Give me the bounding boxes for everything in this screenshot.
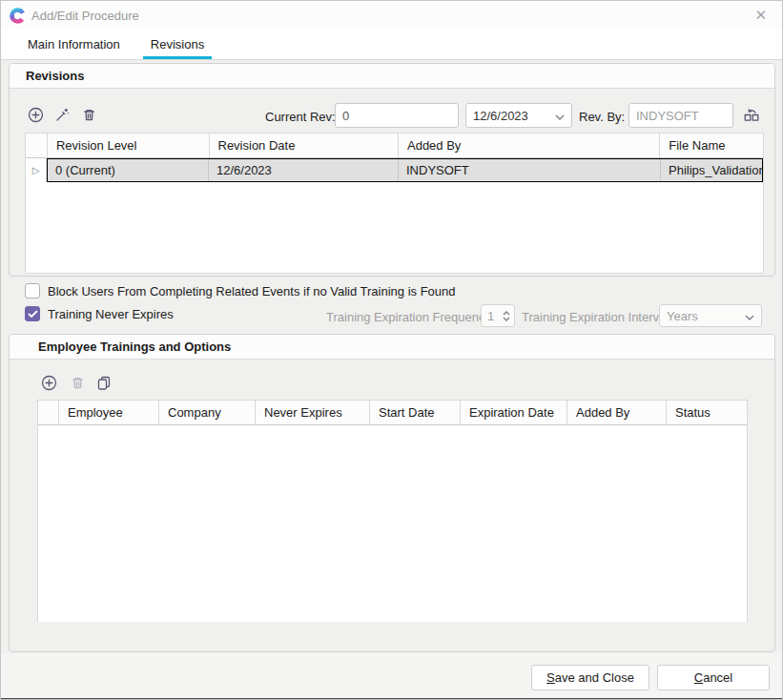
frequency-value: 1: [487, 309, 494, 323]
header-expiration-date[interactable]: Expiration Date: [461, 401, 567, 424]
cancel-label-rest: ancel: [703, 670, 732, 685]
cancel-button[interactable]: Cancel: [657, 665, 770, 690]
employee-table-empty-body: [38, 425, 747, 622]
employee-group-title: Employee Trainings and Options: [10, 335, 774, 360]
block-users-check-row: Block Users From Completing Related Even…: [25, 283, 456, 299]
delete-training-icon[interactable]: [69, 374, 86, 391]
block-users-label: Block Users From Completing Related Even…: [48, 284, 456, 299]
copy-training-icon[interactable]: [95, 374, 113, 391]
cell-revision-level: 0 (Current): [48, 159, 209, 181]
employee-table: Employee Company Never Expires Start Dat…: [37, 400, 748, 622]
training-never-expires-label: Training Never Expires: [48, 307, 174, 321]
tab-revisions[interactable]: Revisions: [143, 31, 212, 59]
header-employee[interactable]: Employee: [59, 401, 159, 424]
header-never-expires[interactable]: Never Expires: [256, 401, 370, 424]
rev-date-value: 12/6/2023: [473, 109, 528, 123]
header-expander: [26, 134, 48, 157]
spinner-arrows-icon[interactable]: [503, 311, 510, 321]
header-revision-date[interactable]: Revision Date: [210, 134, 399, 157]
save-mnemonic: S: [546, 670, 555, 685]
header-file-name[interactable]: File Name: [660, 134, 763, 157]
cell-added-by: INDYSOFT: [399, 159, 661, 181]
revisions-table-header: Revision Level Revision Date Added By Fi…: [26, 134, 763, 158]
save-and-close-button[interactable]: Save and Close: [531, 665, 649, 690]
employee-table-header: Employee Company Never Expires Start Dat…: [38, 401, 747, 425]
block-users-checkbox[interactable]: [25, 283, 40, 299]
header-status[interactable]: Status: [667, 401, 747, 424]
chevron-down-icon: [745, 309, 754, 323]
expiration-interval-combo[interactable]: Years: [659, 304, 762, 327]
window-title: Add/Edit Procedure: [31, 9, 139, 23]
add-revision-icon[interactable]: [27, 106, 44, 123]
selected-row-highlight: 0 (Current) 12/6/2023 INDYSOFT Philips_V…: [47, 158, 763, 182]
revision-row-selected[interactable]: ▷ 0 (Current) 12/6/2023 INDYSOFT Philips…: [26, 158, 763, 182]
delete-revision-icon[interactable]: [80, 106, 97, 123]
expiration-interval-label: Training Expiration Interval: [522, 310, 669, 324]
cancel-mnemonic: C: [694, 670, 703, 685]
header-added-by[interactable]: Added By: [567, 401, 667, 424]
current-rev-label: Current Rev:: [265, 110, 336, 124]
revisions-table: Revision Level Revision Date Added By Fi…: [25, 133, 764, 274]
tab-main-information[interactable]: Main Information: [20, 31, 128, 59]
expiration-frequency-spinner[interactable]: 1: [481, 304, 515, 327]
close-icon[interactable]: ✕: [754, 7, 767, 24]
cell-revision-date: 12/6/2023: [209, 159, 399, 181]
add-edit-procedure-dialog: Add/Edit Procedure ✕ Main Information Re…: [0, 0, 783, 700]
interval-value: Years: [667, 309, 698, 323]
training-never-expires-checkbox[interactable]: [25, 306, 40, 321]
save-label-rest: ave and Close: [555, 670, 634, 685]
wand-icon[interactable]: [53, 106, 71, 123]
add-training-icon[interactable]: [40, 374, 57, 391]
header-revision-level[interactable]: Revision Level: [48, 134, 210, 157]
header-added-by[interactable]: Added By: [399, 134, 660, 157]
chevron-down-icon: [555, 109, 565, 123]
tab-strip: Main Information Revisions: [1, 30, 782, 59]
rev-date-combo[interactable]: 12/6/2023: [465, 103, 572, 128]
replace-icon[interactable]: [741, 106, 762, 123]
row-expander-icon[interactable]: ▷: [26, 158, 47, 182]
current-rev-input[interactable]: [335, 103, 459, 128]
header-company[interactable]: Company: [159, 401, 256, 424]
tab-page-revisions: Revisions Current Rev: 12/6/2023 Rev. By…: [1, 59, 782, 653]
rev-by-label: Rev. By:: [579, 110, 625, 124]
title-bar: Add/Edit Procedure ✕: [1, 1, 782, 30]
revisions-group-title: Revisions: [10, 64, 774, 89]
app-logo-icon: [10, 8, 26, 24]
header-expander: [38, 401, 59, 424]
rev-by-input[interactable]: [628, 103, 733, 128]
cell-file-name: Philips_Validation_T: [661, 159, 762, 181]
expiration-frequency-label: Training Expiration Frequency: [326, 310, 491, 324]
never-expires-check-row: Training Never Expires: [25, 306, 174, 321]
footer-bar: Save and Close Cancel: [1, 653, 782, 698]
header-start-date[interactable]: Start Date: [370, 401, 461, 424]
